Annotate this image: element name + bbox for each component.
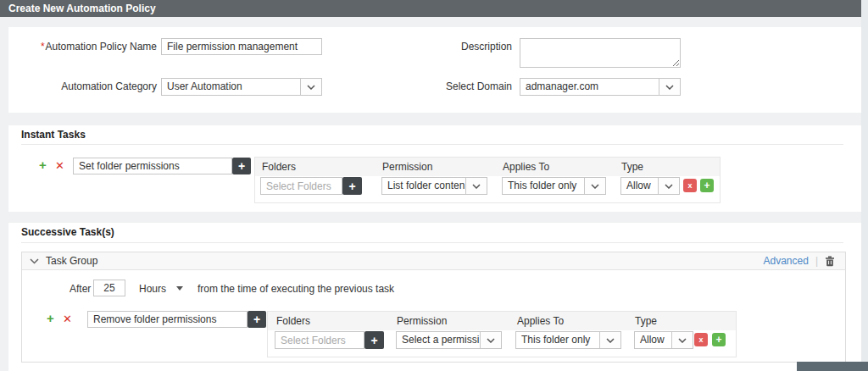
type-select-value: Allow <box>635 332 671 348</box>
divider <box>21 144 843 145</box>
remove-task-icon[interactable]: ✕ <box>63 313 72 326</box>
add-task-icon[interactable]: + <box>47 312 54 325</box>
delete-row-button[interactable]: x <box>683 179 697 192</box>
delay-suffix-text: from the time of executing the previous … <box>198 283 394 295</box>
chevron-down-icon <box>480 332 501 348</box>
column-header-applies-to: Applies To <box>503 161 549 173</box>
applies-to-select-value: This folder only <box>516 332 599 348</box>
description-label: Description <box>424 38 512 55</box>
add-task-icon[interactable]: + <box>39 158 47 172</box>
column-header-folders: Folders <box>276 315 310 327</box>
table-header-row: Folders Permission Applies To Type <box>255 158 720 176</box>
category-select-value: User Automation <box>162 79 300 95</box>
required-asterisk: * <box>41 41 45 53</box>
policy-name-input[interactable] <box>161 38 322 55</box>
domain-label: Select Domain <box>424 78 512 95</box>
scrollbar-gutter[interactable] <box>861 0 868 371</box>
select-folders-input[interactable] <box>260 177 342 195</box>
chevron-down-icon <box>599 332 620 348</box>
instant-tasks-title: Instant Tasks <box>21 129 86 141</box>
description-textarea[interactable] <box>520 38 681 68</box>
page-title: Create New Automation Policy <box>8 3 156 14</box>
delay-value-input[interactable] <box>93 280 125 296</box>
applies-to-select[interactable]: This folder only <box>515 331 621 349</box>
permission-select[interactable]: Select a permissi... <box>396 331 502 349</box>
delay-unit-dropdown[interactable]: Hours <box>139 283 166 295</box>
type-select-value: Allow <box>621 178 658 194</box>
category-label: Automation Category <box>17 78 157 95</box>
triangle-down-icon[interactable] <box>176 286 183 291</box>
divider <box>21 242 843 243</box>
policy-name-label: *Automation Policy Name <box>17 38 157 55</box>
permission-select-value: Select a permissi... <box>397 332 480 348</box>
instant-task-name-field[interactable]: Set folder permissions <box>73 158 232 174</box>
after-label: After <box>70 283 91 295</box>
select-folders-input[interactable] <box>275 331 364 349</box>
table-header-row: Folders Permission Applies To Type <box>268 312 736 330</box>
task-group-title: Task Group <box>46 255 97 267</box>
successive-task-name-field[interactable]: Remove folder permissions <box>87 311 248 328</box>
partially-visible-button[interactable] <box>797 362 868 371</box>
column-header-permission: Permission <box>397 315 447 327</box>
applies-to-select[interactable]: This folder only <box>502 177 606 195</box>
chevron-down-icon <box>300 79 321 95</box>
permission-select[interactable]: List folder conten... <box>381 177 487 195</box>
domain-select-value: admanager.com <box>520 79 659 95</box>
add-row-button[interactable]: + <box>712 333 726 346</box>
successive-tasks-title: Successive Task(s) <box>21 226 114 238</box>
select-folders-add-button[interactable]: + <box>342 177 362 195</box>
chevron-down-icon <box>465 178 487 194</box>
page-title-bar: Create New Automation Policy <box>0 0 861 17</box>
collapse-chevron-icon[interactable] <box>30 258 39 264</box>
successive-task-add-button[interactable]: + <box>248 311 266 328</box>
select-folders-add-button[interactable]: + <box>364 331 384 349</box>
add-row-button[interactable]: + <box>700 179 714 192</box>
delete-row-button[interactable]: x <box>694 333 708 346</box>
advanced-link[interactable]: Advanced <box>764 255 809 267</box>
remove-task-icon[interactable]: ✕ <box>55 159 64 173</box>
column-header-type: Type <box>635 315 657 327</box>
type-select[interactable]: Allow <box>634 331 693 349</box>
chevron-down-icon <box>584 178 605 194</box>
instant-task-add-button[interactable]: + <box>232 158 251 174</box>
applies-to-select-value: This folder only <box>503 178 584 194</box>
trash-icon[interactable] <box>825 256 835 267</box>
type-select[interactable]: Allow <box>620 177 680 195</box>
column-header-permission: Permission <box>382 161 432 173</box>
domain-select[interactable]: admanager.com <box>520 78 681 96</box>
column-header-folders: Folders <box>262 161 296 173</box>
column-header-applies-to: Applies To <box>517 315 564 327</box>
chevron-down-icon <box>658 178 679 194</box>
task-group-header[interactable]: Task Group Advanced | <box>22 252 845 270</box>
category-select[interactable]: User Automation <box>161 78 322 96</box>
permission-select-value: List folder conten... <box>382 178 465 194</box>
chevron-down-icon <box>659 79 680 95</box>
column-header-type: Type <box>621 161 643 173</box>
chevron-down-icon <box>671 332 693 348</box>
separator: | <box>815 255 818 267</box>
